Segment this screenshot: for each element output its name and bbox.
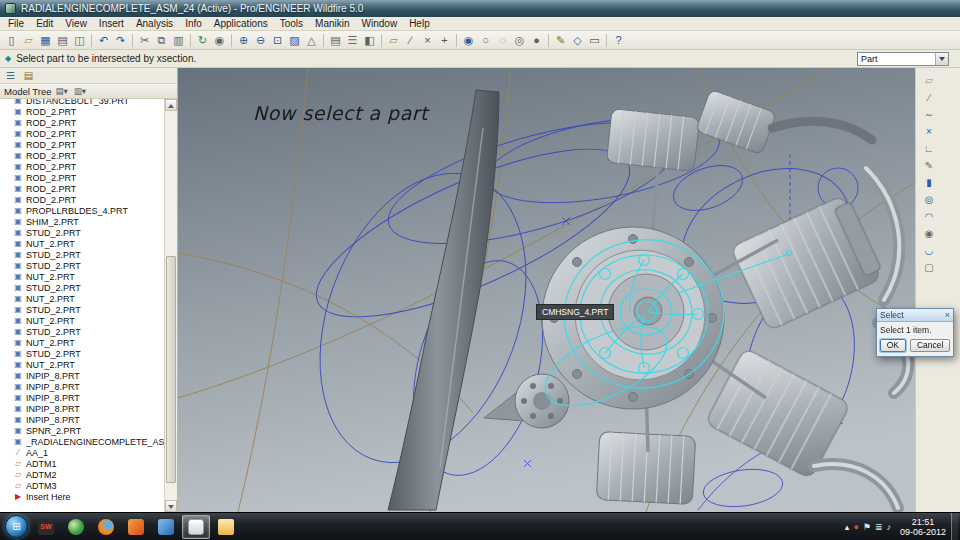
menu-tools[interactable]: Tools [274, 17, 309, 31]
sketch-icon[interactable]: ✎ [920, 158, 938, 174]
taskbar-app-proe-window[interactable] [182, 515, 210, 539]
tree-item[interactable]: ▣ROD_2.PRT [0, 117, 164, 128]
tree-item[interactable]: ▣ROD_2.PRT [0, 150, 164, 161]
tree-item[interactable]: ▣STUD_2.PRT [0, 304, 164, 315]
taskbar-app-solidworks[interactable]: SW [32, 515, 60, 539]
taskbar-clock[interactable]: 21:51 09-06-2012 [895, 517, 951, 537]
tree-item[interactable]: ▣INPIP_8.PRT [0, 370, 164, 381]
tree-item[interactable]: ▣ROD_2.PRT [0, 161, 164, 172]
graphics-area[interactable]: Now select a part CMHSNG_4.PRT [178, 68, 915, 512]
tree-item[interactable]: ▣ROD_2.PRT [0, 183, 164, 194]
tree-item[interactable]: ▣NUT_2.PRT [0, 359, 164, 370]
menu-analysis[interactable]: Analysis [130, 17, 179, 31]
redo-icon[interactable]: ↷ [112, 32, 129, 49]
extrude-icon[interactable]: ▮ [920, 175, 938, 191]
datum-plane-icon[interactable]: ▱ [920, 73, 938, 89]
csys-display-icon[interactable]: + [436, 32, 453, 49]
tree-item[interactable]: ▣NUT_2.PRT [0, 271, 164, 282]
tree-item[interactable]: ▱ADTM1 [0, 458, 164, 469]
tree-item[interactable]: ▣STUD_2.PRT [0, 249, 164, 260]
search-icon[interactable]: ◉ [211, 32, 228, 49]
regenerate-icon[interactable]: ↻ [194, 32, 211, 49]
repaint-icon[interactable]: ▨ [286, 32, 303, 49]
tree-item[interactable]: ▣NUT_2.PRT [0, 238, 164, 249]
copy-icon[interactable]: ⧉ [153, 32, 170, 49]
tree-item[interactable]: ▣ROD_2.PRT [0, 172, 164, 183]
tray-expand-icon[interactable]: ▴ [845, 522, 850, 532]
tree-item[interactable]: ▣NUT_2.PRT [0, 337, 164, 348]
undo-icon[interactable]: ↶ [95, 32, 112, 49]
model-tree-tab-icon[interactable]: ☰ [3, 70, 18, 81]
tray-flag-icon[interactable]: ⚑ [863, 522, 871, 532]
new-file-icon[interactable]: ▯ [3, 32, 20, 49]
sketcher-icon[interactable]: ◇ [569, 32, 586, 49]
window-activate-icon[interactable]: ▭ [586, 32, 603, 49]
shell-icon[interactable]: ▢ [920, 260, 938, 276]
tree-item[interactable]: ▣INPIP_8.PRT [0, 381, 164, 392]
menu-manikin[interactable]: Manikin [309, 17, 355, 31]
tree-item[interactable]: ▣ROD_2.PRT [0, 139, 164, 150]
tray-volume-icon[interactable]: ♪ [886, 522, 891, 532]
tree-item[interactable]: ▱ADTM3 [0, 480, 164, 491]
menu-applications[interactable]: Applications [208, 17, 274, 31]
taskbar-app-media-player[interactable] [122, 515, 150, 539]
taskbar-app-internet-globe[interactable] [62, 515, 90, 539]
tray-network-icon[interactable]: ≣ [875, 522, 883, 532]
tree-item[interactable]: ▣PROPLLRBLDES_4.PRT [0, 205, 164, 216]
tree-item[interactable]: ▣ROD_2.PRT [0, 106, 164, 117]
tree-item[interactable]: ▣_RADIALENGINECOMPLETE_ASM_24.PRT [0, 436, 164, 447]
print-icon[interactable]: ▤ [54, 32, 71, 49]
shaded-display-icon[interactable]: ● [528, 32, 545, 49]
menu-insert[interactable]: Insert [93, 17, 130, 31]
annotation-icon[interactable]: ✎ [552, 32, 569, 49]
open-icon[interactable]: ▱ [20, 32, 37, 49]
menu-help[interactable]: Help [403, 17, 436, 31]
chevron-down-icon[interactable] [935, 53, 948, 65]
print-preview-icon[interactable]: ◫ [71, 32, 88, 49]
datum-curve-icon[interactable]: ∼ [920, 107, 938, 123]
menu-view[interactable]: View [59, 17, 93, 31]
datum-point-icon[interactable]: × [920, 124, 938, 140]
round-icon[interactable]: ◡ [920, 243, 938, 259]
scroll-down-icon[interactable] [165, 500, 177, 512]
zoom-in-icon[interactable]: ⊕ [235, 32, 252, 49]
tray-security-icon[interactable]: ● [853, 522, 858, 532]
tree-item[interactable]: ▣STUD_2.PRT [0, 348, 164, 359]
layer-tree-tab-icon[interactable]: ▤ [21, 70, 36, 81]
tree-item[interactable]: ▣STUD_2.PRT [0, 260, 164, 271]
tree-item[interactable]: ▣STUD_2.PRT [0, 326, 164, 337]
cut-icon[interactable]: ✂ [136, 32, 153, 49]
3d-viewport-canvas[interactable] [178, 68, 915, 512]
wireframe-display-icon[interactable]: ○ [477, 32, 494, 49]
spin-center-display-icon[interactable]: ◉ [460, 32, 477, 49]
revolve-icon[interactable]: ◎ [920, 192, 938, 208]
hidden-line-display-icon[interactable]: ◌ [494, 32, 511, 49]
datum-planes-display-icon[interactable]: ▱ [385, 32, 402, 49]
menu-file[interactable]: File [2, 17, 30, 31]
selection-filter-combo[interactable]: Part [857, 52, 949, 66]
tree-item[interactable]: ▣STUD_2.PRT [0, 282, 164, 293]
zoom-out-icon[interactable]: ⊖ [252, 32, 269, 49]
menu-window[interactable]: Window [356, 17, 404, 31]
datum-axes-display-icon[interactable]: ∕ [402, 32, 419, 49]
start-button[interactable]: ⊞ [5, 515, 28, 538]
taskbar-app-firefox[interactable] [92, 515, 120, 539]
tree-item[interactable]: ▣INPIP_8.PRT [0, 403, 164, 414]
taskbar-app-photo-viewer[interactable] [152, 515, 180, 539]
no-hidden-display-icon[interactable]: ◎ [511, 32, 528, 49]
tree-item[interactable]: ▱ADTM2 [0, 469, 164, 480]
tree-item[interactable]: ▣STUD_2.PRT [0, 227, 164, 238]
tree-item[interactable]: ▣DISTANCEBOLT_39.PRT [0, 99, 164, 106]
show-desktop-button[interactable] [951, 513, 958, 540]
menu-edit[interactable]: Edit [30, 17, 59, 31]
saved-views-icon[interactable]: ▤ [327, 32, 344, 49]
tree-item[interactable]: ▶Insert Here [0, 491, 164, 502]
tree-item[interactable]: ▣SPNR_2.PRT [0, 425, 164, 436]
select-dialog-titlebar[interactable]: Select × [877, 309, 953, 322]
layers-icon[interactable]: ☰ [344, 32, 361, 49]
datum-axis-icon[interactable]: ∕ [920, 90, 938, 106]
view-manager-icon[interactable]: ◧ [361, 32, 378, 49]
tree-item[interactable]: ▣INPIP_8.PRT [0, 414, 164, 425]
reorient-icon[interactable]: △ [303, 32, 320, 49]
sweep-icon[interactable]: ◠ [920, 209, 938, 225]
